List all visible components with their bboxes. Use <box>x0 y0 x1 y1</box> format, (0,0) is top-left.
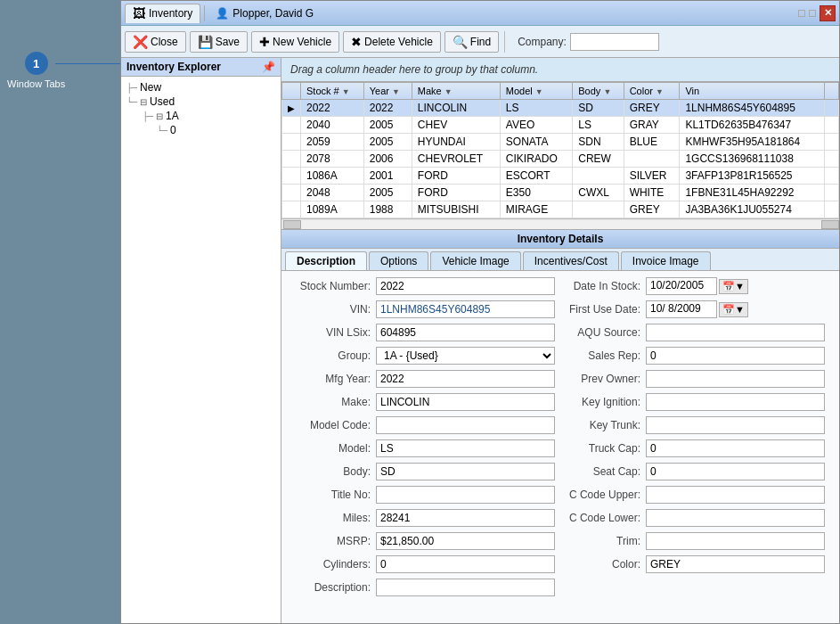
new-vehicle-button[interactable]: ✚ New Vehicle <box>251 31 339 53</box>
grid-hscroll[interactable] <box>281 218 839 229</box>
sidebar: Inventory Explorer 📌 ├─ New └─ ⊟ Used ├─… <box>121 58 281 623</box>
table-row[interactable]: 2048 2005 FORD E350 CWXL WHITE 1FBNE31L4… <box>282 185 839 201</box>
sidebar-item-used[interactable]: └─ ⊟ Used <box>125 94 277 109</box>
inventory-grid: Stock # ▼ Year ▼ Make ▼ Model ▼ Body ▼ C… <box>281 82 839 218</box>
field-value-right-3[interactable]: 0 <box>646 347 825 365</box>
row-indicator: ▶ <box>282 100 301 117</box>
grid-col-body[interactable]: Body ▼ <box>573 83 624 100</box>
field-value-right-5[interactable] <box>646 393 825 411</box>
date-value[interactable]: 10/ 8/2009 <box>646 300 717 318</box>
field-value-right-11[interactable] <box>646 532 825 550</box>
grid-col-vin[interactable]: Vin <box>680 83 825 100</box>
company-input[interactable] <box>570 33 659 51</box>
tree-expand-1a[interactable]: ⊟ <box>156 111 163 121</box>
sidebar-item-0-label: 0 <box>170 124 176 136</box>
grid-col-make[interactable]: Make ▼ <box>412 83 500 100</box>
field-value-right-8[interactable]: 0 <box>646 463 825 480</box>
field-input-10[interactable]: 28241 <box>376 509 555 527</box>
new-vehicle-label: New Vehicle <box>273 36 331 48</box>
calendar-icon[interactable]: 📅▼ <box>719 302 748 317</box>
field-label-right: C Code Lower: <box>566 512 646 524</box>
tab-options[interactable]: Options <box>369 251 428 270</box>
grid-scroll[interactable]: Stock # ▼ Year ▼ Make ▼ Model ▼ Body ▼ C… <box>281 82 839 218</box>
table-row[interactable]: ▶ 2022 2022 LINCOLIN LS SD GREY 1LNHM86S… <box>282 100 839 117</box>
table-row[interactable]: 1089A 1988 MITSUBISHI MIRAGE GREY JA3BA3… <box>282 201 839 218</box>
sidebar-item-1a[interactable]: ├─ ⊟ 1A <box>125 109 277 123</box>
details-left-col: Stock Number:2022VIN:1LNHM86S45Y604895VI… <box>290 276 560 601</box>
field-input-1[interactable]: 1LNHM86S45Y604895 <box>376 300 555 318</box>
window-close-button[interactable]: ✕ <box>820 5 836 21</box>
hscroll-left[interactable] <box>283 220 301 229</box>
cell-year: 1988 <box>363 201 412 218</box>
field-input-6 <box>376 416 555 434</box>
inventory-tab[interactable]: 🖼 Inventory <box>125 4 200 23</box>
table-row[interactable]: 2040 2005 CHEV AVEO LS GRAY KL1TD62635B4… <box>282 117 839 134</box>
sidebar-item-new[interactable]: ├─ New <box>125 80 277 94</box>
field-input-13 <box>376 579 555 596</box>
close-icon: ❌ <box>133 35 148 49</box>
close-button[interactable]: ❌ Close <box>125 31 186 53</box>
tree-connector: ├─ <box>126 83 137 93</box>
field-value-right-10[interactable] <box>646 509 825 527</box>
tree-expand-used[interactable]: ⊟ <box>140 97 147 107</box>
cell-scroll <box>825 151 839 168</box>
table-row[interactable]: 1086A 2001 FORD ESCORT SILVER 3FAFP13P81… <box>282 168 839 185</box>
grid-col-color[interactable]: Color ▼ <box>624 83 680 100</box>
maximize-button[interactable] <box>809 10 816 17</box>
field-select-3[interactable]: 1A - {Used} <box>376 347 555 365</box>
sidebar-tree: ├─ New └─ ⊟ Used ├─ ⊟ 1A └─ 0 <box>121 77 281 623</box>
field-input-11[interactable]: $21,850.00 <box>376 532 555 550</box>
tab-incentives-cost[interactable]: Incentives/Cost <box>523 251 619 270</box>
find-button[interactable]: 🔍 Find <box>444 31 499 53</box>
minimize-button[interactable] <box>798 10 805 17</box>
field-input-8[interactable]: SD <box>376 463 555 480</box>
tab-invoice-image[interactable]: Invoice Image <box>621 251 711 270</box>
table-row[interactable]: 2078 2006 CHEVROLET CIKIRADO CREW 1GCCS1… <box>282 151 839 168</box>
row-indicator <box>282 185 301 201</box>
cell-scroll <box>825 185 839 201</box>
date-value[interactable]: 10/20/2005 <box>646 277 717 295</box>
hscroll-right[interactable] <box>821 220 839 229</box>
pin-icon[interactable]: 📌 <box>262 61 275 73</box>
field-input-12[interactable]: 0 <box>376 555 555 573</box>
grid-col-stock[interactable]: Stock # ▼ <box>301 83 364 100</box>
field-value-right-4[interactable] <box>646 370 825 388</box>
field-value-right-7[interactable]: 0 <box>646 439 825 457</box>
sidebar-item-0[interactable]: └─ 0 <box>125 123 277 137</box>
field-label: Cylinders: <box>296 558 376 571</box>
cell-model: MIRAGE <box>500 201 572 218</box>
cell-make: LINCOLIN <box>412 100 500 117</box>
field-label-right: Prev Owner: <box>566 373 646 385</box>
grid-col-year[interactable]: Year ▼ <box>363 83 412 100</box>
field-row-right: C Code Upper: <box>566 485 825 505</box>
user-tab[interactable]: 👤 Plopper, David G <box>208 7 321 20</box>
field-date-1: 10/ 8/2009📅▼ <box>646 300 748 318</box>
field-input-4[interactable]: 2022 <box>376 370 555 388</box>
save-icon: 💾 <box>198 35 213 49</box>
save-button[interactable]: 💾 Save <box>190 31 248 53</box>
grid-col-model[interactable]: Model ▼ <box>500 83 572 100</box>
field-value-right-2[interactable] <box>646 324 825 341</box>
field-input-5[interactable]: LINCOLIN <box>376 393 555 411</box>
cell-stock: 2048 <box>301 185 364 201</box>
tab-vehicle-image[interactable]: Vehicle Image <box>430 251 520 270</box>
cell-scroll <box>825 117 839 134</box>
field-value-right-12[interactable]: GREY <box>646 555 825 573</box>
cell-year: 2022 <box>363 100 412 117</box>
sidebar-item-used-label: Used <box>150 95 175 108</box>
field-input-0[interactable]: 2022 <box>376 277 555 295</box>
field-value-right-6[interactable] <box>646 416 825 434</box>
field-input-7[interactable]: LS <box>376 439 555 457</box>
main-window: 🖼 Inventory 👤 Plopper, David G ✕ ❌ Close… <box>120 0 840 624</box>
annotation-label: Window Tabs <box>7 78 65 89</box>
delete-vehicle-button[interactable]: ✖ Delete Vehicle <box>343 31 441 53</box>
annotation-group: 1 Window Tabs <box>7 52 65 89</box>
field-input-2[interactable]: 604895 <box>376 324 555 341</box>
cell-color <box>624 151 680 168</box>
details-panel: Inventory Details Description Options Ve… <box>281 230 839 623</box>
field-value-right-9[interactable] <box>646 486 825 504</box>
calendar-icon[interactable]: 📅▼ <box>719 279 748 294</box>
tab-description[interactable]: Description <box>285 251 367 270</box>
table-row[interactable]: 2059 2005 HYUNDAI SONATA SDN BLUE KMHWF3… <box>282 134 839 151</box>
field-label: Group: <box>296 349 376 362</box>
